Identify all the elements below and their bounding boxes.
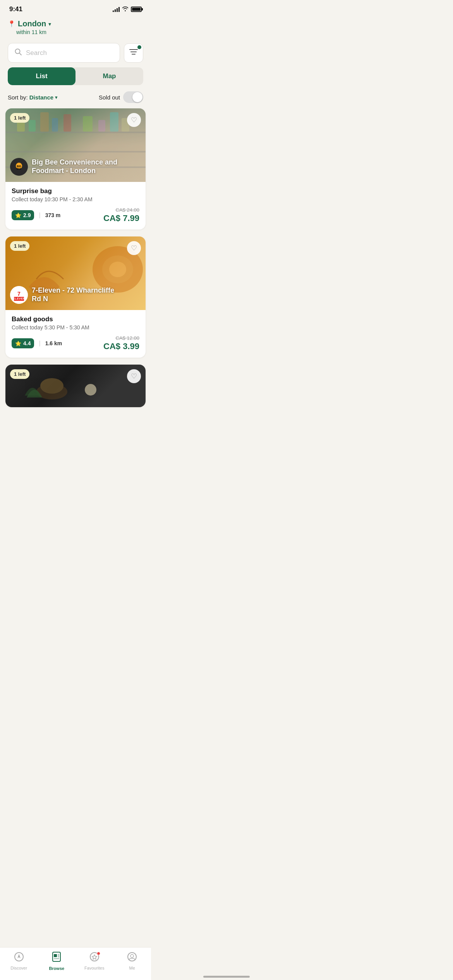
store-image-third: 1 left ♡ <box>5 365 146 407</box>
location-name[interactable]: London <box>18 19 46 28</box>
stores-list: 1 left ♡ BIG BEE Big Bee Convenience and… <box>0 108 151 414</box>
sale-price-bigbee: CA$ 7.99 <box>103 213 139 223</box>
stock-badge-third: 1 left <box>10 369 29 379</box>
chevron-down-icon[interactable]: ▾ <box>48 21 51 27</box>
header: 📍 London ▾ within 11 km <box>0 16 151 40</box>
svg-rect-13 <box>83 116 93 132</box>
store-logo-7eleven: 7 ELEVEN <box>10 286 28 304</box>
star-icon-7eleven: ⭐ <box>15 341 21 346</box>
location-pin-icon: 📍 <box>8 20 15 27</box>
svg-text:BEE: BEE <box>17 168 21 170</box>
svg-rect-11 <box>52 118 58 132</box>
svg-rect-9 <box>29 120 36 132</box>
svg-text:7: 7 <box>17 291 21 297</box>
search-section: Search <box>0 40 151 67</box>
store-image-7eleven: 1 left ♡ 7 ELEVEN 7-Eleven - 72 Wharncli… <box>5 236 146 310</box>
store-image-bigbee: 1 left ♡ BIG BEE Big Bee Convenience and… <box>5 108 146 182</box>
distance-bigbee: 373 m <box>45 212 61 218</box>
svg-point-23 <box>109 262 126 277</box>
filter-dot <box>137 45 141 49</box>
svg-point-29 <box>40 378 63 394</box>
bag-type-7eleven: Baked goods <box>12 315 139 323</box>
svg-line-1 <box>19 53 21 55</box>
card-footer-bigbee: ⭐ 2.9 | 373 m CA$ 24.00 CA$ 7.99 <box>12 207 139 223</box>
sort-row: Sort by: Distance ▾ Sold out <box>0 90 151 108</box>
distance-7eleven: 1.6 km <box>45 340 62 346</box>
wifi-icon <box>122 6 129 12</box>
favourite-button-bigbee[interactable]: ♡ <box>127 113 141 127</box>
filter-icon <box>129 48 138 57</box>
svg-point-31 <box>85 384 96 396</box>
svg-rect-6 <box>5 151 146 152</box>
signal-icon <box>113 7 120 12</box>
sort-by-label: Sort by: <box>8 94 28 101</box>
bag-type-bigbee: Surprise bag <box>12 187 139 195</box>
store-card-third[interactable]: 1 left ♡ <box>5 365 146 407</box>
location-row[interactable]: 📍 London ▾ <box>8 19 143 28</box>
original-price-bigbee: CA$ 24.00 <box>103 207 139 213</box>
price-bigbee: CA$ 24.00 CA$ 7.99 <box>103 207 139 223</box>
rating-badge-7eleven: ⭐ 4.4 <box>12 338 34 348</box>
search-icon <box>14 48 22 58</box>
star-icon: ⭐ <box>15 212 21 218</box>
store-card-7eleven[interactable]: 1 left ♡ 7 ELEVEN 7-Eleven - 72 Wharncli… <box>5 236 146 358</box>
favourite-button-7eleven[interactable]: ♡ <box>127 241 141 255</box>
favourite-button-third[interactable]: ♡ <box>127 369 141 383</box>
sold-out-toggle[interactable]: Sold out <box>99 91 143 103</box>
filter-button[interactable] <box>124 43 143 63</box>
sold-out-switch[interactable] <box>123 91 143 103</box>
store-card-bigbee[interactable]: 1 left ♡ BIG BEE Big Bee Convenience and… <box>5 108 146 230</box>
status-time: 9:41 <box>9 5 22 13</box>
svg-text:ELEVEN: ELEVEN <box>13 297 25 300</box>
collect-time-bigbee: Collect today 10:30 PM - 2:30 AM <box>12 196 139 202</box>
battery-icon <box>131 7 142 12</box>
svg-rect-12 <box>63 114 71 132</box>
sort-controls[interactable]: Sort by: Distance ▾ <box>8 94 58 101</box>
rating-badge-bigbee: ⭐ 2.9 <box>12 210 34 220</box>
status-icons <box>113 6 142 12</box>
rating-value-7eleven: 4.4 <box>23 340 31 346</box>
card-info-bigbee: Surprise bag Collect today 10:30 PM - 2:… <box>5 182 146 230</box>
rating-value-bigbee: 2.9 <box>23 212 31 218</box>
status-bar: 9:41 <box>0 0 151 16</box>
rating-dist-7eleven: ⭐ 4.4 | 1.6 km <box>12 338 62 348</box>
price-7eleven: CA$ 12.00 CA$ 3.99 <box>103 335 139 351</box>
search-bar[interactable]: Search <box>8 43 120 63</box>
store-logo-bigbee: BIG BEE <box>10 158 28 176</box>
store-logo-wrap-bigbee: BIG BEE Big Bee Convenience and Foodmart… <box>10 158 125 176</box>
stock-badge-bigbee: 1 left <box>10 113 29 123</box>
tab-list[interactable]: List <box>8 67 76 85</box>
card-info-7eleven: Baked goods Collect today 5:30 PM - 5:30… <box>5 310 146 358</box>
rating-dist-bigbee: ⭐ 2.9 | 373 m <box>12 210 60 220</box>
sort-chevron-icon[interactable]: ▾ <box>55 94 58 100</box>
view-toggle: List Map <box>8 67 143 85</box>
toggle-thumb <box>132 92 142 102</box>
location-radius: within 11 km <box>16 29 143 35</box>
svg-rect-5 <box>5 132 146 133</box>
sold-out-label: Sold out <box>99 94 120 101</box>
stock-badge-7eleven: 1 left <box>10 241 29 251</box>
svg-text:BIG: BIG <box>17 165 21 168</box>
search-input[interactable]: Search <box>26 49 47 57</box>
sort-value[interactable]: Distance <box>29 94 54 101</box>
svg-rect-15 <box>110 112 118 132</box>
store-name-bigbee: Big Bee Convenience and Foodmart - Londo… <box>32 158 125 175</box>
card-footer-7eleven: ⭐ 4.4 | 1.6 km CA$ 12.00 CA$ 3.99 <box>12 335 139 351</box>
svg-rect-14 <box>98 120 105 132</box>
svg-rect-10 <box>40 112 49 132</box>
tab-map[interactable]: Map <box>76 67 143 85</box>
collect-time-7eleven: Collect today 5:30 PM - 5:30 AM <box>12 324 139 331</box>
original-price-7eleven: CA$ 12.00 <box>103 335 139 341</box>
store-logo-wrap-7eleven: 7 ELEVEN 7-Eleven - 72 Wharncliffe Rd N <box>10 286 125 304</box>
sale-price-7eleven: CA$ 3.99 <box>103 341 139 351</box>
store-name-7eleven: 7-Eleven - 72 Wharncliffe Rd N <box>32 286 125 303</box>
